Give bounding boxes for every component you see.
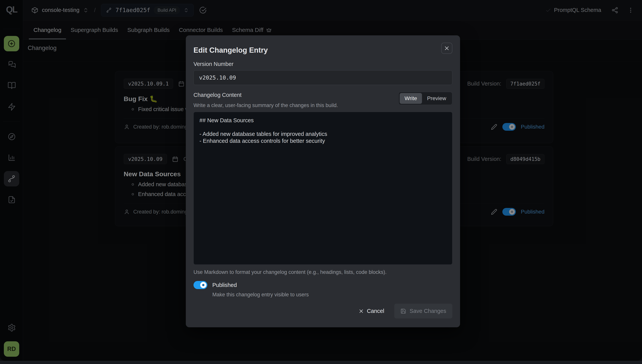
modal-title: Edit Changelog Entry [193, 43, 268, 54]
write-tab[interactable]: Write [400, 93, 422, 104]
changelog-content-editor[interactable] [193, 112, 452, 265]
save-changes-button[interactable]: Save Changes [394, 304, 452, 318]
version-number-input[interactable] [193, 70, 452, 85]
toggle-knob [200, 282, 206, 288]
published-hint: Make this changelog entry visible to use… [212, 292, 452, 298]
cancel-button[interactable]: Cancel [355, 304, 388, 318]
save-label: Save Changes [410, 308, 446, 314]
save-icon [400, 308, 406, 314]
close-icon [359, 309, 364, 314]
window-edge [0, 361, 642, 364]
write-preview-toggle: Write Preview [399, 92, 452, 105]
close-button[interactable] [441, 43, 452, 54]
edit-changelog-modal: Edit Changelog Entry Version Number Chan… [186, 35, 460, 327]
cancel-label: Cancel [367, 308, 384, 314]
published-label: Published [212, 282, 237, 288]
markdown-hint: Use Markdown to format your changelog co… [193, 269, 452, 275]
version-number-label: Version Number [193, 61, 452, 67]
preview-tab[interactable]: Preview [422, 93, 451, 104]
published-toggle[interactable] [193, 281, 207, 289]
close-icon [444, 46, 450, 51]
content-hint: Write a clear, user-facing summary of th… [193, 102, 338, 108]
screen: QL [0, 0, 642, 364]
changelog-content-label: Changelog Content [193, 92, 338, 98]
